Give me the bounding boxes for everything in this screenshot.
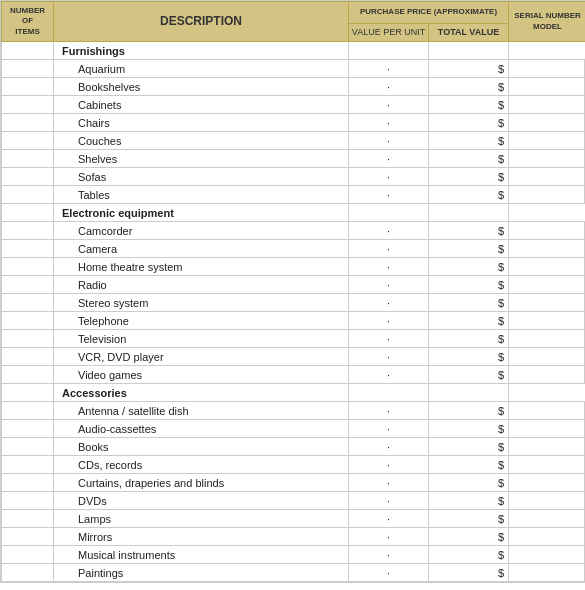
item-num [2,312,54,330]
item-desc: CDs, records [54,456,349,474]
item-num [2,330,54,348]
category-total [429,204,509,222]
item-serial [509,564,585,582]
item-desc: Paintings [54,564,349,582]
item-num [2,528,54,546]
item-num [2,150,54,168]
table-row: Aquarium · $ [2,60,586,78]
item-unit: · [349,60,429,78]
item-serial [509,132,585,150]
item-desc: Shelves [54,150,349,168]
item-desc: Antenna / satellite dish [54,402,349,420]
item-total: $ [429,96,509,114]
item-total: $ [429,150,509,168]
item-serial [509,402,585,420]
item-num [2,546,54,564]
item-total: $ [429,258,509,276]
item-desc: Camcorder [54,222,349,240]
item-desc: Video games [54,366,349,384]
category-row: Furnishings [2,42,586,60]
category-row: Electronic equipment [2,204,586,222]
table-row: Audio-cassettes · $ [2,420,586,438]
item-total: $ [429,492,509,510]
table-row: Musical instruments · $ [2,546,586,564]
item-serial [509,258,585,276]
item-unit: · [349,276,429,294]
item-num [2,114,54,132]
item-total: $ [429,330,509,348]
category-num [2,204,54,222]
table-row: Television · $ [2,330,586,348]
table-row: Lamps · $ [2,510,586,528]
item-desc: Cabinets [54,96,349,114]
inventory-table-container: NUMBER OFITEMS DESCRIPTION PURCHASE PRIC… [0,0,585,583]
category-label: Furnishings [54,42,349,60]
category-unit [349,384,429,402]
item-num [2,222,54,240]
table-row: Sofas · $ [2,168,586,186]
table-row: Paintings · $ [2,564,586,582]
item-num [2,294,54,312]
item-total: $ [429,510,509,528]
item-unit: · [349,312,429,330]
item-unit: · [349,294,429,312]
item-total: $ [429,78,509,96]
item-desc: Aquarium [54,60,349,78]
item-num [2,168,54,186]
table-row: Tables · $ [2,186,586,204]
item-serial [509,60,585,78]
item-desc: Telephone [54,312,349,330]
item-serial [509,150,585,168]
item-unit: · [349,510,429,528]
item-total: $ [429,438,509,456]
item-unit: · [349,240,429,258]
item-num [2,492,54,510]
category-serial [509,384,585,402]
item-total: $ [429,456,509,474]
item-total: $ [429,294,509,312]
item-unit: · [349,564,429,582]
item-total: $ [429,564,509,582]
item-serial [509,330,585,348]
item-desc: DVDs [54,492,349,510]
item-unit: · [349,168,429,186]
item-unit: · [349,186,429,204]
item-unit: · [349,78,429,96]
item-desc: VCR, DVD player [54,348,349,366]
item-num [2,456,54,474]
item-num [2,132,54,150]
item-total: $ [429,312,509,330]
col-header-serial: SERIAL NUMBERMODEL [509,2,585,42]
item-total: $ [429,276,509,294]
col-subheader-unit: Value per unit [349,23,429,42]
col-header-purchase: PURCHASE PRICE (approximate) [349,2,509,24]
item-unit: · [349,150,429,168]
table-row: Curtains, draperies and blinds · $ [2,474,586,492]
item-total: $ [429,168,509,186]
category-row: Accessories [2,384,586,402]
table-row: Antenna / satellite dish · $ [2,402,586,420]
item-serial [509,240,585,258]
table-row: Mirrors · $ [2,528,586,546]
table-row: Radio · $ [2,276,586,294]
category-serial [509,42,585,60]
table-row: Camera · $ [2,240,586,258]
item-unit: · [349,456,429,474]
item-total: $ [429,132,509,150]
item-num [2,510,54,528]
table-row: VCR, DVD player · $ [2,348,586,366]
item-total: $ [429,186,509,204]
item-num [2,240,54,258]
item-total: $ [429,114,509,132]
item-serial [509,312,585,330]
item-desc: Musical instruments [54,546,349,564]
item-serial [509,366,585,384]
table-row: DVDs · $ [2,492,586,510]
table-row: Couches · $ [2,132,586,150]
item-serial [509,222,585,240]
item-num [2,420,54,438]
item-desc: Radio [54,276,349,294]
item-desc: Mirrors [54,528,349,546]
item-serial [509,456,585,474]
item-num [2,438,54,456]
